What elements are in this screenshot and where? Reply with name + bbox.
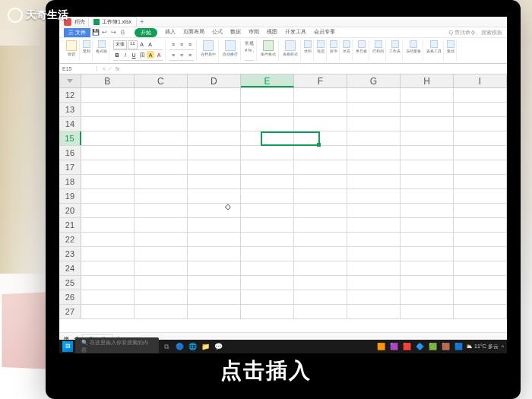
cell[interactable]: [347, 160, 401, 174]
row-header[interactable]: 27: [59, 305, 81, 318]
align-center-icon[interactable]: ≡: [178, 51, 185, 59]
cell[interactable]: [347, 88, 401, 102]
cell[interactable]: [188, 146, 241, 160]
col-header[interactable]: F: [294, 74, 347, 87]
document-tab[interactable]: 工作簿1.xlsx: [88, 17, 137, 27]
underline-icon[interactable]: U: [130, 51, 138, 59]
cell[interactable]: [188, 175, 241, 188]
cell[interactable]: [401, 276, 454, 290]
cell[interactable]: [81, 247, 135, 261]
cell[interactable]: [401, 204, 454, 217]
percent-icon[interactable]: %: [248, 48, 252, 60]
tab-layout[interactable]: 页面布局: [183, 28, 204, 37]
row-header[interactable]: 24: [59, 261, 81, 275]
italic-icon[interactable]: I: [122, 51, 129, 59]
cell[interactable]: [454, 305, 507, 318]
col-header[interactable]: C: [135, 74, 188, 87]
app-icon[interactable]: 🟧: [375, 341, 386, 352]
explorer-icon[interactable]: 📁: [200, 341, 211, 352]
print-icon[interactable]: ⎙: [119, 29, 127, 36]
cell[interactable]: [188, 204, 241, 217]
cell[interactable]: [347, 189, 401, 203]
app-icon[interactable]: 🟪: [388, 341, 399, 352]
cell[interactable]: [241, 117, 294, 131]
cell[interactable]: [347, 117, 401, 131]
tab-vip[interactable]: 会员专享: [314, 28, 335, 37]
cell[interactable]: [454, 117, 507, 131]
cell[interactable]: [241, 247, 294, 261]
col-header[interactable]: I: [454, 74, 507, 87]
cell[interactable]: [454, 218, 507, 232]
font-name-select[interactable]: 宋体: [113, 40, 127, 49]
cell[interactable]: [401, 117, 454, 131]
cell[interactable]: [401, 146, 454, 160]
cell[interactable]: [188, 189, 241, 203]
add-tab-button[interactable]: +: [140, 17, 144, 26]
cell[interactable]: [135, 233, 188, 246]
currency-icon[interactable]: ¥: [245, 48, 247, 60]
select-all-corner[interactable]: [59, 74, 81, 87]
command-search[interactable]: Q 查找命令、搜索模板: [449, 29, 502, 36]
tab-formula[interactable]: 公式: [212, 28, 223, 37]
cell[interactable]: [294, 305, 347, 318]
cell[interactable]: [188, 233, 241, 246]
system-tray[interactable]: ⛅ 11°C 多云^: [466, 343, 504, 350]
grow-font-icon[interactable]: A: [138, 40, 146, 48]
cell[interactable]: [454, 175, 507, 188]
cell[interactable]: [241, 204, 294, 217]
cell[interactable]: [294, 160, 347, 174]
col-header[interactable]: D: [188, 74, 241, 87]
sort-group[interactable]: 排序: [328, 40, 340, 62]
row-header[interactable]: 23: [59, 247, 81, 261]
cell[interactable]: [347, 261, 401, 275]
row-header[interactable]: 14: [59, 117, 81, 131]
cell[interactable]: [188, 305, 241, 318]
cell[interactable]: [188, 218, 241, 232]
cell[interactable]: [347, 233, 401, 246]
border-icon[interactable]: 田: [138, 51, 146, 59]
sheet-group[interactable]: 工作表: [388, 40, 403, 62]
row-header[interactable]: 22: [59, 233, 81, 246]
cell[interactable]: [454, 290, 507, 304]
cell[interactable]: [241, 175, 294, 188]
shrink-font-icon[interactable]: A: [147, 40, 154, 48]
row-header[interactable]: 19: [59, 189, 81, 203]
cell[interactable]: [135, 204, 188, 217]
cell[interactable]: [241, 103, 294, 116]
cell[interactable]: [294, 261, 347, 275]
cell[interactable]: [241, 290, 294, 304]
cell[interactable]: [294, 204, 347, 217]
tab-dev[interactable]: 开发工具: [285, 28, 306, 37]
cell[interactable]: [241, 88, 294, 102]
app-icon[interactable]: 🟥: [401, 341, 412, 352]
cells-group[interactable]: 单元格: [354, 40, 369, 62]
align-top-icon[interactable]: ≡: [169, 40, 177, 48]
cell[interactable]: [188, 261, 241, 275]
cell[interactable]: [454, 103, 507, 116]
freeze-group[interactable]: 冻结窗格: [404, 40, 423, 62]
task-view-icon[interactable]: ⧉: [161, 341, 172, 352]
spreadsheet-grid[interactable]: B C D E F G H I 121314151617181920212223…: [59, 74, 507, 332]
cell[interactable]: [135, 160, 188, 174]
row-header[interactable]: 26: [59, 290, 81, 304]
cell[interactable]: [188, 160, 241, 174]
row-header[interactable]: 20: [59, 204, 81, 217]
app-icon[interactable]: 🔷: [414, 341, 425, 352]
copy-group[interactable]: 复制: [81, 40, 93, 62]
row-header[interactable]: 15: [59, 131, 81, 145]
cell[interactable]: [347, 218, 401, 232]
formula-bar[interactable]: fx: [97, 66, 124, 72]
cond-format[interactable]: 条件格式: [258, 40, 279, 62]
cell[interactable]: [401, 103, 454, 116]
tab-insert[interactable]: 插入: [165, 28, 176, 37]
cell[interactable]: [81, 103, 135, 116]
cell[interactable]: [135, 189, 188, 203]
col-header[interactable]: G: [347, 74, 401, 87]
cell[interactable]: [135, 247, 188, 261]
cell[interactable]: [401, 218, 454, 232]
cell[interactable]: [454, 160, 507, 174]
cell[interactable]: [135, 103, 188, 116]
cell[interactable]: [81, 261, 135, 275]
cell[interactable]: [81, 88, 135, 102]
taskbar-search[interactable]: 🔍 在这里输入你要搜索的内容: [75, 337, 159, 353]
